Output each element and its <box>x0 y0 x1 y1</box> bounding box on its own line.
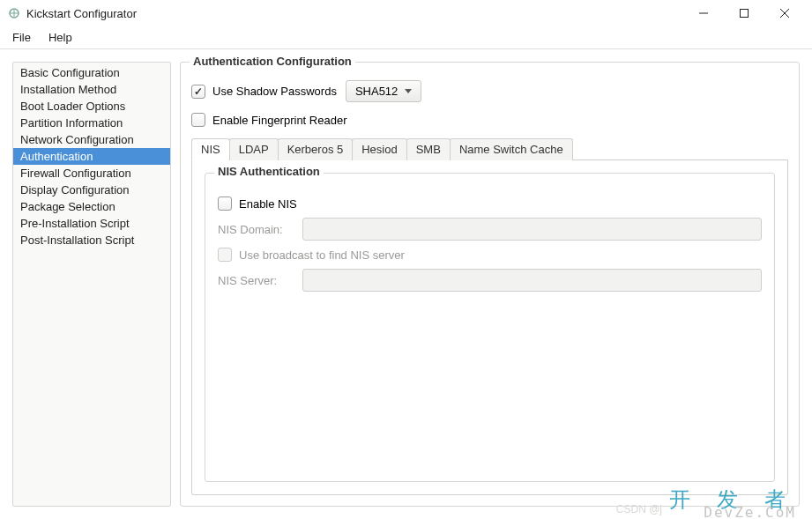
tabbar: NIS LDAP Kerberos 5 Hesiod SMB Name Swit… <box>191 137 788 160</box>
sidebar-item-firewall-configuration[interactable]: Firewall Configuration <box>13 165 170 182</box>
nis-server-input[interactable] <box>302 269 762 292</box>
sidebar-item-boot-loader-options[interactable]: Boot Loader Options <box>13 98 170 115</box>
sidebar-item-package-selection[interactable]: Package Selection <box>13 198 170 215</box>
menu-file[interactable]: File <box>4 27 40 48</box>
titlebar: Kickstart Configurator <box>0 0 812 26</box>
tab-kerberos5[interactable]: Kerberos 5 <box>278 138 354 160</box>
tab-smb[interactable]: SMB <box>406 138 451 160</box>
checkbox-icon <box>218 196 232 211</box>
tab-ldap[interactable]: LDAP <box>229 138 279 160</box>
use-broadcast-checkbox: Use broadcast to find NIS server <box>218 248 405 262</box>
nis-auth-title: NIS Authentication <box>214 165 324 178</box>
sidebar-item-pre-installation-script[interactable]: Pre-Installation Script <box>13 215 170 232</box>
tab-name-switch-cache[interactable]: Name Switch Cache <box>450 138 573 160</box>
nis-domain-label: NIS Domain: <box>218 223 294 236</box>
close-button[interactable] <box>764 0 805 26</box>
checkbox-icon <box>218 248 232 262</box>
auth-config-title: Authentication Configuration <box>190 55 355 68</box>
nis-domain-input[interactable] <box>302 218 762 241</box>
use-shadow-passwords-label: Use Shadow Passwords <box>212 85 337 98</box>
auth-tabs: NIS LDAP Kerberos 5 Hesiod SMB Name Swit… <box>191 137 788 495</box>
menubar: File Help <box>0 26 812 49</box>
auth-config-group: Authentication Configuration Use Shadow … <box>180 62 800 507</box>
minimize-button[interactable] <box>683 0 724 26</box>
chevron-down-icon <box>405 89 412 93</box>
nis-server-label: NIS Server: <box>218 274 294 287</box>
sidebar-item-partition-information[interactable]: Partition Information <box>13 115 170 131</box>
menu-help[interactable]: Help <box>40 27 81 48</box>
checkbox-icon <box>191 113 205 127</box>
tabpanel-nis: NIS Authentication Enable NIS NIS Domain… <box>191 160 788 495</box>
hash-algorithm-dropdown[interactable]: SHA512 <box>346 80 421 102</box>
svg-rect-2 <box>741 10 749 18</box>
sidebar: Basic Configuration Installation Method … <box>12 62 171 507</box>
sidebar-item-basic-configuration[interactable]: Basic Configuration <box>13 64 170 81</box>
maximize-button[interactable] <box>724 0 764 26</box>
window-controls <box>683 0 805 26</box>
main-layout: Basic Configuration Installation Method … <box>0 49 812 519</box>
sidebar-item-installation-method[interactable]: Installation Method <box>13 81 170 98</box>
sidebar-item-authentication[interactable]: Authentication <box>13 148 170 165</box>
sidebar-item-display-configuration[interactable]: Display Configuration <box>13 182 170 198</box>
tab-hesiod[interactable]: Hesiod <box>352 138 406 160</box>
checkbox-icon <box>191 85 205 99</box>
sidebar-item-post-installation-script[interactable]: Post-Installation Script <box>13 232 170 248</box>
enable-nis-label: Enable NIS <box>239 197 297 211</box>
hash-algorithm-value: SHA512 <box>355 85 398 98</box>
sidebar-item-network-configuration[interactable]: Network Configuration <box>13 131 170 148</box>
tab-nis[interactable]: NIS <box>191 138 230 160</box>
enable-nis-checkbox[interactable]: Enable NIS <box>218 196 297 211</box>
use-shadow-passwords-checkbox[interactable]: Use Shadow Passwords <box>191 85 337 99</box>
enable-fingerprint-label: Enable Fingerprint Reader <box>212 114 346 127</box>
app-icon <box>7 6 21 20</box>
enable-fingerprint-checkbox[interactable]: Enable Fingerprint Reader <box>191 113 346 127</box>
content-pane: Authentication Configuration Use Shadow … <box>180 62 800 507</box>
use-broadcast-label: Use broadcast to find NIS server <box>239 248 405 262</box>
window-title: Kickstart Configurator <box>26 7 137 20</box>
nis-auth-group: NIS Authentication Enable NIS NIS Domain… <box>205 173 775 482</box>
